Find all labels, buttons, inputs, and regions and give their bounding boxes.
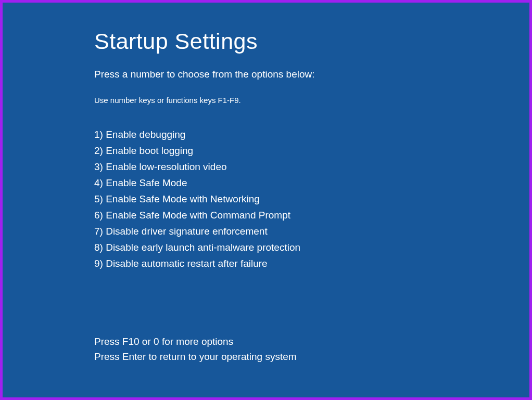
startup-settings-screen: Startup Settings Press a number to choos…	[3, 3, 529, 397]
option-6-enable-safe-mode-command-prompt[interactable]: 6) Enable Safe Mode with Command Prompt	[94, 207, 529, 223]
outer-border: Startup Settings Press a number to choos…	[0, 0, 532, 400]
option-9-disable-automatic-restart[interactable]: 9) Disable automatic restart after failu…	[94, 255, 529, 272]
footer-instructions: Press F10 or 0 for more options Press En…	[94, 334, 529, 364]
option-3-enable-low-resolution-video[interactable]: 3) Enable low-resolution video	[94, 159, 529, 175]
more-options-hint: Press F10 or 0 for more options	[94, 334, 529, 349]
page-title: Startup Settings	[94, 29, 529, 54]
option-5-enable-safe-mode-networking[interactable]: 5) Enable Safe Mode with Networking	[94, 191, 529, 207]
subtitle: Press a number to choose from the option…	[94, 69, 529, 80]
option-1-enable-debugging[interactable]: 1) Enable debugging	[94, 126, 529, 143]
option-4-enable-safe-mode[interactable]: 4) Enable Safe Mode	[94, 175, 529, 191]
option-2-enable-boot-logging[interactable]: 2) Enable boot logging	[94, 143, 529, 159]
option-8-disable-early-launch-anti-malware[interactable]: 8) Disable early launch anti-malware pro…	[94, 239, 529, 255]
option-7-disable-driver-signature-enforcement[interactable]: 7) Disable driver signature enforcement	[94, 223, 529, 239]
hint-text: Use number keys or functions keys F1-F9.	[94, 96, 529, 105]
return-hint: Press Enter to return to your operating …	[94, 349, 529, 364]
options-list: 1) Enable debugging 2) Enable boot loggi…	[94, 126, 529, 272]
